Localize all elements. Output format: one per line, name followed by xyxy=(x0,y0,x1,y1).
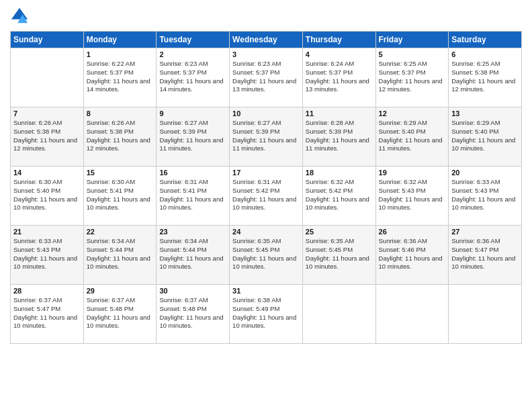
logo-icon xyxy=(10,7,29,26)
calendar-cell: 24Sunrise: 6:35 AMSunset: 5:45 PMDayligh… xyxy=(230,226,303,285)
day-number: 11 xyxy=(306,109,373,118)
day-info: Sunrise: 6:32 AMSunset: 5:43 PMDaylight:… xyxy=(379,178,446,212)
calendar-week-row: 7Sunrise: 6:26 AMSunset: 5:38 PMDaylight… xyxy=(11,107,522,167)
calendar-cell: 4Sunrise: 6:24 AMSunset: 5:37 PMDaylight… xyxy=(302,48,375,107)
day-number: 4 xyxy=(306,50,373,58)
day-info: Sunrise: 6:37 AMSunset: 5:47 PMDaylight:… xyxy=(13,296,81,330)
day-info: Sunrise: 6:34 AMSunset: 5:44 PMDaylight:… xyxy=(159,237,226,271)
day-number: 24 xyxy=(232,228,300,236)
day-info: Sunrise: 6:31 AMSunset: 5:42 PMDaylight:… xyxy=(232,178,300,212)
calendar-weekday-tuesday: Tuesday xyxy=(157,32,230,48)
svg-marker-0 xyxy=(11,8,28,19)
day-info: Sunrise: 6:24 AMSunset: 5:37 PMDaylight:… xyxy=(306,60,373,94)
day-number: 8 xyxy=(87,109,154,118)
day-info: Sunrise: 6:27 AMSunset: 5:39 PMDaylight:… xyxy=(232,119,300,153)
calendar-cell xyxy=(375,285,449,344)
day-info: Sunrise: 6:38 AMSunset: 5:49 PMDaylight:… xyxy=(232,296,300,330)
calendar-weekday-friday: Friday xyxy=(375,32,449,48)
calendar-cell: 18Sunrise: 6:32 AMSunset: 5:42 PMDayligh… xyxy=(302,167,375,226)
calendar-cell: 23Sunrise: 6:34 AMSunset: 5:44 PMDayligh… xyxy=(157,226,230,285)
day-info: Sunrise: 6:35 AMSunset: 5:45 PMDaylight:… xyxy=(232,237,300,271)
calendar-cell: 10Sunrise: 6:27 AMSunset: 5:39 PMDayligh… xyxy=(230,107,303,167)
day-info: Sunrise: 6:33 AMSunset: 5:43 PMDaylight:… xyxy=(13,237,81,271)
calendar-cell xyxy=(302,285,375,344)
calendar-cell: 8Sunrise: 6:26 AMSunset: 5:38 PMDaylight… xyxy=(83,107,157,167)
day-info: Sunrise: 6:22 AMSunset: 5:37 PMDaylight:… xyxy=(87,60,154,94)
calendar-week-row: 21Sunrise: 6:33 AMSunset: 5:43 PMDayligh… xyxy=(11,226,522,285)
day-number: 3 xyxy=(232,50,300,58)
day-number: 31 xyxy=(232,287,300,295)
calendar-cell: 2Sunrise: 6:23 AMSunset: 5:37 PMDaylight… xyxy=(157,48,230,107)
calendar-header-row: SundayMondayTuesdayWednesdayThursdayFrid… xyxy=(11,32,522,48)
logo xyxy=(10,7,32,26)
day-number: 26 xyxy=(379,228,446,236)
calendar-cell: 19Sunrise: 6:32 AMSunset: 5:43 PMDayligh… xyxy=(375,167,449,226)
calendar-weekday-wednesday: Wednesday xyxy=(230,32,303,48)
day-info: Sunrise: 6:34 AMSunset: 5:44 PMDaylight:… xyxy=(87,237,154,271)
day-number: 30 xyxy=(159,287,226,295)
day-info: Sunrise: 6:37 AMSunset: 5:48 PMDaylight:… xyxy=(87,296,154,330)
day-number: 27 xyxy=(451,228,519,236)
day-number: 14 xyxy=(13,169,81,177)
day-info: Sunrise: 6:30 AMSunset: 5:40 PMDaylight:… xyxy=(13,178,81,212)
calendar-cell: 31Sunrise: 6:38 AMSunset: 5:49 PMDayligh… xyxy=(230,285,303,344)
day-info: Sunrise: 6:30 AMSunset: 5:41 PMDaylight:… xyxy=(87,178,154,212)
day-number: 18 xyxy=(306,169,373,177)
calendar-cell: 14Sunrise: 6:30 AMSunset: 5:40 PMDayligh… xyxy=(11,167,84,226)
calendar-cell: 3Sunrise: 6:23 AMSunset: 5:37 PMDaylight… xyxy=(230,48,303,107)
day-info: Sunrise: 6:29 AMSunset: 5:40 PMDaylight:… xyxy=(451,119,519,153)
day-info: Sunrise: 6:33 AMSunset: 5:43 PMDaylight:… xyxy=(451,178,519,212)
calendar-cell xyxy=(11,48,84,107)
calendar-weekday-thursday: Thursday xyxy=(302,32,375,48)
calendar-cell: 22Sunrise: 6:34 AMSunset: 5:44 PMDayligh… xyxy=(83,226,157,285)
calendar-cell: 28Sunrise: 6:37 AMSunset: 5:47 PMDayligh… xyxy=(11,285,84,344)
day-info: Sunrise: 6:36 AMSunset: 5:47 PMDaylight:… xyxy=(451,237,519,271)
calendar-cell: 5Sunrise: 6:25 AMSunset: 5:37 PMDaylight… xyxy=(375,48,449,107)
day-info: Sunrise: 6:28 AMSunset: 5:39 PMDaylight:… xyxy=(306,119,373,153)
calendar-cell: 29Sunrise: 6:37 AMSunset: 5:48 PMDayligh… xyxy=(83,285,157,344)
day-info: Sunrise: 6:25 AMSunset: 5:37 PMDaylight:… xyxy=(379,60,446,94)
day-number: 10 xyxy=(232,109,300,118)
day-number: 9 xyxy=(159,109,226,118)
calendar-cell: 26Sunrise: 6:36 AMSunset: 5:46 PMDayligh… xyxy=(375,226,449,285)
day-number: 22 xyxy=(87,228,154,236)
day-number: 1 xyxy=(87,50,154,58)
day-info: Sunrise: 6:29 AMSunset: 5:40 PMDaylight:… xyxy=(379,119,446,153)
day-info: Sunrise: 6:37 AMSunset: 5:48 PMDaylight:… xyxy=(159,296,226,330)
calendar-cell: 27Sunrise: 6:36 AMSunset: 5:47 PMDayligh… xyxy=(449,226,522,285)
calendar-cell: 21Sunrise: 6:33 AMSunset: 5:43 PMDayligh… xyxy=(11,226,84,285)
day-info: Sunrise: 6:26 AMSunset: 5:38 PMDaylight:… xyxy=(87,119,154,153)
day-number: 15 xyxy=(87,169,154,177)
calendar-cell: 17Sunrise: 6:31 AMSunset: 5:42 PMDayligh… xyxy=(230,167,303,226)
calendar-cell: 20Sunrise: 6:33 AMSunset: 5:43 PMDayligh… xyxy=(449,167,522,226)
day-number: 13 xyxy=(451,109,519,118)
calendar-cell: 15Sunrise: 6:30 AMSunset: 5:41 PMDayligh… xyxy=(83,167,157,226)
calendar-weekday-monday: Monday xyxy=(83,32,157,48)
calendar-week-row: 14Sunrise: 6:30 AMSunset: 5:40 PMDayligh… xyxy=(11,167,522,226)
page: SundayMondayTuesdayWednesdayThursdayFrid… xyxy=(0,0,532,411)
day-number: 12 xyxy=(379,109,446,118)
calendar-cell: 1Sunrise: 6:22 AMSunset: 5:37 PMDaylight… xyxy=(83,48,157,107)
calendar-cell: 9Sunrise: 6:27 AMSunset: 5:39 PMDaylight… xyxy=(157,107,230,167)
day-number: 2 xyxy=(159,50,226,58)
day-number: 17 xyxy=(232,169,300,177)
day-info: Sunrise: 6:23 AMSunset: 5:37 PMDaylight:… xyxy=(232,60,300,94)
calendar-cell: 11Sunrise: 6:28 AMSunset: 5:39 PMDayligh… xyxy=(302,107,375,167)
day-number: 25 xyxy=(306,228,373,236)
day-info: Sunrise: 6:31 AMSunset: 5:41 PMDaylight:… xyxy=(159,178,226,212)
calendar-cell: 30Sunrise: 6:37 AMSunset: 5:48 PMDayligh… xyxy=(157,285,230,344)
day-number: 23 xyxy=(159,228,226,236)
day-info: Sunrise: 6:35 AMSunset: 5:45 PMDaylight:… xyxy=(306,237,373,271)
day-number: 28 xyxy=(13,287,81,295)
day-number: 19 xyxy=(379,169,446,177)
day-info: Sunrise: 6:32 AMSunset: 5:42 PMDaylight:… xyxy=(306,178,373,212)
day-number: 29 xyxy=(87,287,154,295)
day-info: Sunrise: 6:25 AMSunset: 5:38 PMDaylight:… xyxy=(451,60,519,94)
header xyxy=(10,7,522,26)
calendar-weekday-saturday: Saturday xyxy=(449,32,522,48)
calendar-cell: 12Sunrise: 6:29 AMSunset: 5:40 PMDayligh… xyxy=(375,107,449,167)
calendar-week-row: 1Sunrise: 6:22 AMSunset: 5:37 PMDaylight… xyxy=(11,48,522,107)
day-number: 20 xyxy=(451,169,519,177)
calendar-cell: 7Sunrise: 6:26 AMSunset: 5:38 PMDaylight… xyxy=(11,107,84,167)
day-number: 21 xyxy=(13,228,81,236)
